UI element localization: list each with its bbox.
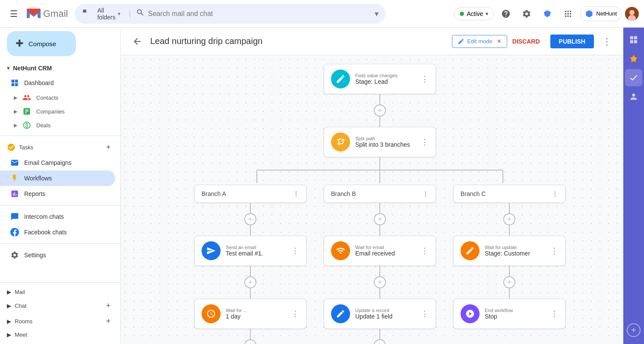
sidebar-item-intercom-chats[interactable]: Intercom chats <box>0 209 115 224</box>
search-expand-icon[interactable]: ▾ <box>375 9 379 19</box>
branch-a-node-2-more[interactable]: ⋮ <box>291 309 299 319</box>
active-dropdown-icon: ▾ <box>486 11 488 17</box>
branch-a-add-2[interactable]: + <box>244 276 256 288</box>
edit-mode-button[interactable]: Edit mode ✕ <box>452 35 507 48</box>
active-label: Active <box>467 10 483 17</box>
mail-section: ▶ Mail <box>0 286 120 298</box>
sidebar-item-settings[interactable]: Settings <box>0 247 115 263</box>
right-panel-icon-4[interactable] <box>625 88 642 105</box>
branch-a-add-3[interactable]: + <box>244 339 256 344</box>
sidebar-divider-3 <box>0 243 120 244</box>
email-campaigns-icon <box>10 158 19 167</box>
settings-label: Settings <box>24 252 46 259</box>
intercom-chats-label: Intercom chats <box>24 213 64 220</box>
chat-add-button[interactable]: + <box>103 300 114 311</box>
companies-expand-icon: ▶ <box>14 109 17 114</box>
branch-c-node-2-more[interactable]: ⋮ <box>550 309 558 319</box>
branch-a-node-2[interactable]: Wait for ... 1 day ⋮ <box>194 299 306 329</box>
branch-a-add-1[interactable]: + <box>244 213 256 225</box>
branch-a-node-1-more[interactable]: ⋮ <box>291 246 299 256</box>
branch-c-column: Branch C ⋮ + <box>447 185 572 329</box>
workflow-header: Lead nurturing drip campaign Edit mode ✕… <box>121 28 623 55</box>
facebook-chats-label: Facebook chats <box>24 229 67 236</box>
discard-button[interactable]: DISCARD <box>512 38 540 45</box>
sidebar-item-dashboard[interactable]: Dashboard <box>0 75 115 91</box>
sidebar-item-contacts[interactable]: ▶ Contacts <box>0 91 120 104</box>
sidebar-item-email-campaigns[interactable]: Email Campaigns <box>0 155 115 170</box>
branch-b-node-2-text: Update a record Update 1 field <box>355 308 416 320</box>
sidebar-item-companies[interactable]: ▶ Companies <box>0 104 120 118</box>
user-avatar[interactable] <box>625 7 639 21</box>
mail-expand-button[interactable]: ▶ Mail <box>7 289 25 295</box>
branch-a-node-1[interactable]: Send an email Test email #1. ⋮ <box>194 236 306 266</box>
help-button[interactable] <box>497 5 515 22</box>
add-node-1[interactable]: + <box>374 104 386 117</box>
branch-c-node-1[interactable]: Wait for update Stage: Customer ⋮ <box>453 236 565 266</box>
split-title: Split into 3 branches <box>355 141 416 148</box>
sidebar-item-deals[interactable]: ▶ Deals <box>0 118 120 132</box>
back-button[interactable] <box>129 34 145 49</box>
split-more-button[interactable]: ⋮ <box>421 137 429 147</box>
active-status-badge[interactable]: Active ▾ <box>454 7 494 20</box>
chat-expand-button[interactable]: ▶ Chat <box>7 303 26 309</box>
workflow-more-button[interactable]: ⋮ <box>599 34 615 49</box>
trigger-node[interactable]: Field value changes Stage: Lead ⋮ <box>324 64 436 94</box>
branch-b-node-2[interactable]: Update a record Update 1 field ⋮ <box>324 299 436 329</box>
right-panel-add-button[interactable]: + <box>627 323 641 337</box>
gmail-m-icon <box>26 6 41 22</box>
svg-point-2 <box>629 10 635 15</box>
branch-c-add-2[interactable]: + <box>503 276 515 288</box>
branch-a-header[interactable]: Branch A ⋮ <box>194 185 306 203</box>
rooms-add-button[interactable]: + <box>103 316 114 326</box>
search-bar[interactable]: All folders ▾ | ▾ <box>75 4 385 24</box>
search-magnifier-icon <box>136 8 145 19</box>
branch-b-node-2-more[interactable]: ⋮ <box>421 309 429 319</box>
compose-button[interactable]: ✚ Compose <box>7 31 76 56</box>
branch-c-add-1[interactable]: + <box>503 213 515 225</box>
branch-b-add-1[interactable]: + <box>374 213 386 225</box>
crm-header[interactable]: ▾ NetHunt CRM <box>0 61 120 75</box>
edit-mode-label: Edit mode <box>467 38 492 44</box>
edit-pencil-icon <box>458 38 464 45</box>
branch-b-header[interactable]: Branch B ⋮ <box>324 185 436 203</box>
branch-a-more[interactable]: ⋮ <box>293 190 299 197</box>
sidebar-item-workflows[interactable]: Workflows <box>0 170 115 186</box>
sidebar-item-tasks[interactable]: Tasks <box>7 143 33 151</box>
branch-a-conn-1 <box>250 203 251 213</box>
right-panel-icon-2[interactable] <box>625 50 642 67</box>
edit-close-icon[interactable]: ✕ <box>497 38 502 44</box>
trigger-more-button[interactable]: ⋮ <box>421 74 429 84</box>
sidebar-item-reports[interactable]: Reports <box>0 186 115 202</box>
branch-b-node-1-more[interactable]: ⋮ <box>421 246 429 256</box>
sidebar-tasks-row: Tasks + <box>0 139 120 155</box>
right-panel-icon-1[interactable] <box>625 31 642 48</box>
publish-button[interactable]: PUBLISH <box>550 35 594 48</box>
nethunt-icon-button[interactable] <box>539 5 556 22</box>
branch-b-add-2[interactable]: + <box>374 276 386 288</box>
branch-a-node-1-icon <box>202 241 221 260</box>
branch-b-add-3[interactable]: + <box>374 339 386 344</box>
folder-dropdown-icon: ▾ <box>118 11 120 17</box>
nethunt-crm-button[interactable]: NetHunt <box>580 6 622 21</box>
hamburger-menu-button[interactable]: ☰ <box>5 5 22 22</box>
connector-1 <box>379 94 380 104</box>
branch-b-more[interactable]: ⋮ <box>423 190 429 197</box>
tasks-add-button[interactable]: + <box>103 142 114 152</box>
split-node[interactable]: Split path Split into 3 branches ⋮ <box>324 127 436 157</box>
rooms-expand-button[interactable]: ▶ Rooms <box>7 318 32 325</box>
meet-expand-button[interactable]: ▶ Meet <box>7 331 27 338</box>
branch-b-node-1[interactable]: Wait for email Email received ⋮ <box>324 236 436 266</box>
search-input[interactable] <box>148 10 370 18</box>
branch-c-node-1-more[interactable]: ⋮ <box>550 246 558 256</box>
settings-button[interactable] <box>518 5 535 22</box>
apps-button[interactable] <box>559 5 577 22</box>
workflow-canvas[interactable]: Field value changes Stage: Lead ⋮ + <box>121 55 623 344</box>
branch-c-header[interactable]: Branch C ⋮ <box>453 185 565 203</box>
branch-c-node-2[interactable]: End workflow Stop ⋮ <box>453 299 565 329</box>
right-panel-icon-3[interactable] <box>625 69 642 86</box>
branch-c-more[interactable]: ⋮ <box>552 190 558 197</box>
tasks-icon <box>7 143 16 151</box>
folder-selector[interactable]: All folders ▾ <box>94 5 123 22</box>
sidebar-item-facebook-chats[interactable]: Facebook chats <box>0 224 115 240</box>
chat-expand-icon: ▶ <box>7 303 11 309</box>
